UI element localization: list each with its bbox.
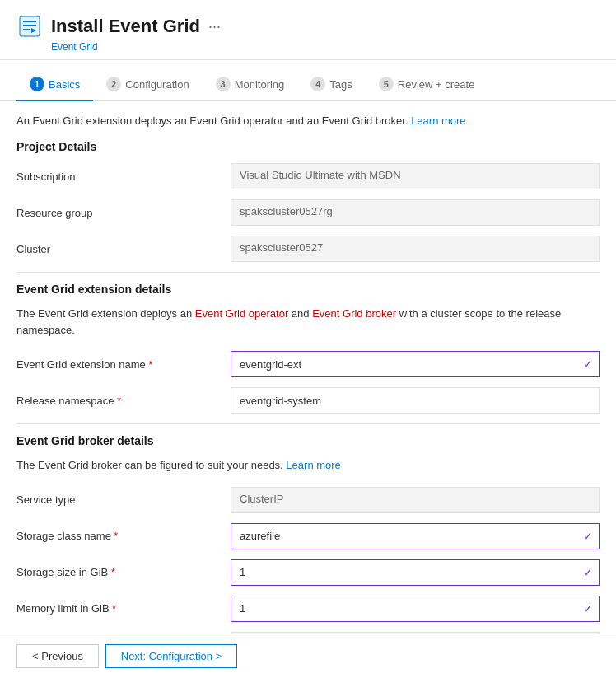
extension-info-link1: Event Grid operator xyxy=(195,307,288,320)
tab-label-5: Review + create xyxy=(398,78,475,91)
release-namespace-label: Release namespace * xyxy=(16,395,231,407)
resource-group-input: spakscluster0527rg xyxy=(231,199,600,226)
tab-tags[interactable]: 4 Tags xyxy=(297,68,365,101)
intro-description: An Event Grid extension deploys an Event… xyxy=(16,115,408,127)
memory-limit-check-icon: ✓ xyxy=(583,602,593,615)
page-subtitle: Event Grid xyxy=(51,41,600,53)
tab-num-4: 4 xyxy=(310,77,325,91)
extension-name-required: * xyxy=(148,359,152,371)
service-type-input: ClusterIP xyxy=(231,487,600,513)
subscription-label: Subscription xyxy=(16,171,231,183)
intro-text: An Event Grid extension deploys an Event… xyxy=(16,115,600,127)
subscription-row: Subscription Visual Studio Ultimate with… xyxy=(16,163,600,189)
release-namespace-wrapper xyxy=(231,387,600,414)
broker-learn-more-link[interactable]: Learn more xyxy=(286,459,340,471)
subscription-value: Visual Studio Ultimate with MSDN xyxy=(231,163,600,189)
memory-limit-label: Memory limit in GiB * xyxy=(16,602,231,615)
tab-label-4: Tags xyxy=(329,78,352,91)
tab-label-3: Monitoring xyxy=(235,78,285,91)
tab-num-5: 5 xyxy=(379,77,394,91)
intro-learn-more-link[interactable]: Learn more xyxy=(411,115,465,127)
app-icon xyxy=(16,13,43,40)
broker-details-title: Event Grid broker details xyxy=(16,434,600,447)
more-options-button[interactable]: ··· xyxy=(208,18,221,35)
tab-label-1: Basics xyxy=(49,78,80,91)
memory-limit-row: Memory limit in GiB * ✓ xyxy=(16,596,600,622)
storage-size-row: Storage size in GiB * ✓ xyxy=(16,559,600,586)
release-namespace-input[interactable] xyxy=(231,387,600,414)
resource-group-label: Resource group xyxy=(16,207,231,219)
extension-name-check-icon: ✓ xyxy=(583,358,593,371)
resource-group-row: Resource group spakscluster0527rg xyxy=(16,199,600,226)
tab-review-create[interactable]: 5 Review + create xyxy=(366,68,488,101)
wizard-tabs: 1 Basics 2 Configuration 3 Monitoring 4 … xyxy=(0,68,616,101)
divider-2 xyxy=(16,423,600,424)
wizard-footer: < Previous Next: Configuration > xyxy=(0,634,616,678)
release-namespace-required: * xyxy=(117,395,121,407)
memory-limit-required: * xyxy=(112,603,116,615)
storage-size-wrapper: ✓ xyxy=(231,559,600,586)
tab-num-2: 2 xyxy=(106,77,121,91)
tab-label-2: Configuration xyxy=(125,78,189,91)
storage-class-input[interactable] xyxy=(231,523,600,549)
tab-configuration[interactable]: 2 Configuration xyxy=(93,68,202,101)
broker-info-text: The Event Grid broker can be figured to … xyxy=(16,457,600,474)
storage-size-label: Storage size in GiB * xyxy=(16,566,231,578)
release-namespace-row: Release namespace * xyxy=(16,387,600,414)
extension-details-title: Event Grid extension details xyxy=(16,283,600,296)
project-details-title: Project Details xyxy=(16,140,600,153)
next-button[interactable]: Next: Configuration > xyxy=(105,644,237,668)
storage-size-required: * xyxy=(111,567,115,578)
storage-class-wrapper: ✓ xyxy=(231,523,600,549)
extension-name-label: Event Grid extension name * xyxy=(16,358,231,371)
storage-class-label: Storage class name * xyxy=(16,530,231,542)
storage-size-check-icon: ✓ xyxy=(583,566,593,579)
extension-info-text: The Event Grid extension deploys an Even… xyxy=(16,306,600,338)
storage-class-row: Storage class name * ✓ xyxy=(16,523,600,549)
tab-monitoring[interactable]: 3 Monitoring xyxy=(203,68,298,101)
cluster-label: Cluster xyxy=(16,243,231,255)
tab-basics[interactable]: 1 Basics xyxy=(16,68,93,101)
service-type-row: Service type ClusterIP xyxy=(16,487,600,513)
service-type-value: ClusterIP xyxy=(231,487,600,513)
cluster-value: spakscluster0527 xyxy=(231,236,600,262)
resource-group-value: spakscluster0527rg xyxy=(231,199,600,226)
cluster-input: spakscluster0527 xyxy=(231,236,600,262)
previous-button[interactable]: < Previous xyxy=(16,644,99,668)
memory-limit-input[interactable] xyxy=(231,596,600,622)
extension-info-link2: Event Grid broker xyxy=(312,307,396,320)
memory-limit-wrapper: ✓ xyxy=(231,596,600,622)
page-header: Install Event Grid ··· Event Grid xyxy=(0,0,616,60)
broker-info-description: The Event Grid broker can be figured to … xyxy=(16,459,283,471)
page-title: Install Event Grid xyxy=(51,16,200,37)
extension-name-row: Event Grid extension name * ✓ xyxy=(16,351,600,377)
extension-name-wrapper: ✓ xyxy=(231,351,600,377)
service-type-label: Service type xyxy=(16,493,231,506)
tab-num-1: 1 xyxy=(30,77,44,91)
tab-num-3: 3 xyxy=(216,77,231,91)
divider-1 xyxy=(16,272,600,273)
main-content: An Event Grid extension deploys an Event… xyxy=(0,101,616,678)
storage-class-check-icon: ✓ xyxy=(583,530,593,543)
subscription-input: Visual Studio Ultimate with MSDN xyxy=(231,163,600,189)
extension-name-input[interactable] xyxy=(231,351,600,377)
storage-size-input[interactable] xyxy=(231,559,600,586)
storage-class-required: * xyxy=(114,531,119,542)
cluster-row: Cluster spakscluster0527 xyxy=(16,236,600,262)
